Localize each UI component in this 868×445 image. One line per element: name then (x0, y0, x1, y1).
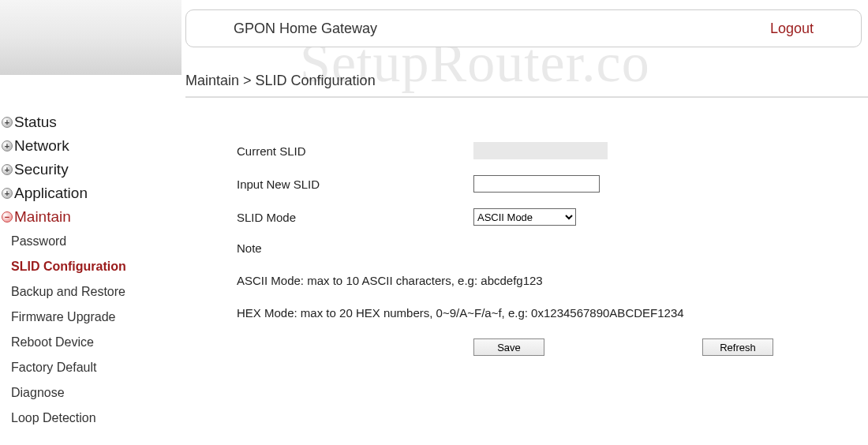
sidebar-sub-firmware-upgrade[interactable]: Firmware Upgrade (0, 305, 181, 330)
sidebar-item-maintain[interactable]: − Maintain (0, 205, 181, 229)
input-new-slid-label: Input New SLID (237, 178, 473, 191)
sidebar-sub-reboot-device[interactable]: Reboot Device (0, 330, 181, 355)
sidebar-item-security[interactable]: + Security (0, 158, 181, 181)
row-input-new-slid: Input New SLID (237, 175, 836, 193)
row-current-slid: Current SLID (237, 142, 836, 159)
sidebar-sub-backup-restore[interactable]: Backup and Restore (0, 279, 181, 305)
sidebar-item-label: Security (14, 161, 69, 178)
sidebar-sub-factory-default[interactable]: Factory Default (0, 355, 181, 380)
top-glow (0, 0, 181, 75)
save-button[interactable]: Save (473, 338, 544, 356)
sidebar-item-label: Application (14, 185, 88, 202)
row-slid-mode: SLID Mode ASCII Mode (237, 208, 836, 226)
plus-icon: + (2, 140, 13, 151)
sidebar-item-network[interactable]: + Network (0, 134, 181, 158)
slid-mode-label: SLID Mode (237, 211, 473, 224)
note-ascii-text: ASCII Mode: max to 10 ASCII characters, … (237, 274, 836, 287)
slid-mode-select[interactable]: ASCII Mode (473, 208, 576, 226)
plus-icon: + (2, 188, 13, 199)
input-new-slid-field[interactable] (473, 175, 600, 193)
page-title: GPON Home Gateway (234, 21, 377, 37)
sidebar: + Status + Network + Security + Applicat… (0, 110, 181, 431)
divider (185, 96, 868, 98)
note-label: Note (237, 241, 836, 255)
logout-link[interactable]: Logout (770, 21, 814, 37)
sidebar-item-label: Network (14, 137, 69, 155)
current-slid-label: Current SLID (237, 144, 473, 158)
plus-icon: + (2, 164, 13, 175)
refresh-button[interactable]: Refresh (702, 338, 773, 356)
note-hex-text: HEX Mode: max to 20 HEX numbers, 0~9/A~F… (237, 306, 836, 320)
content-area: Current SLID Input New SLID SLID Mode AS… (237, 142, 836, 356)
breadcrumb: Maintain > SLID Configuration (185, 73, 376, 89)
button-row: Save Refresh (237, 338, 836, 356)
sidebar-item-label: Status (14, 114, 57, 131)
sidebar-sub-loop-detection[interactable]: Loop Detection (0, 406, 181, 431)
sidebar-sub-slid-configuration[interactable]: SLID Configuration (0, 254, 181, 279)
plus-icon: + (2, 117, 13, 128)
sidebar-sub-password[interactable]: Password (0, 229, 181, 254)
sidebar-item-label: Maintain (14, 208, 71, 226)
sidebar-sub-diagnose[interactable]: Diagnose (0, 380, 181, 406)
header-bar: GPON Home Gateway Logout (185, 9, 862, 47)
minus-icon: − (2, 211, 13, 222)
sidebar-item-application[interactable]: + Application (0, 181, 181, 205)
sidebar-item-status[interactable]: + Status (0, 110, 181, 134)
current-slid-value (473, 142, 608, 159)
